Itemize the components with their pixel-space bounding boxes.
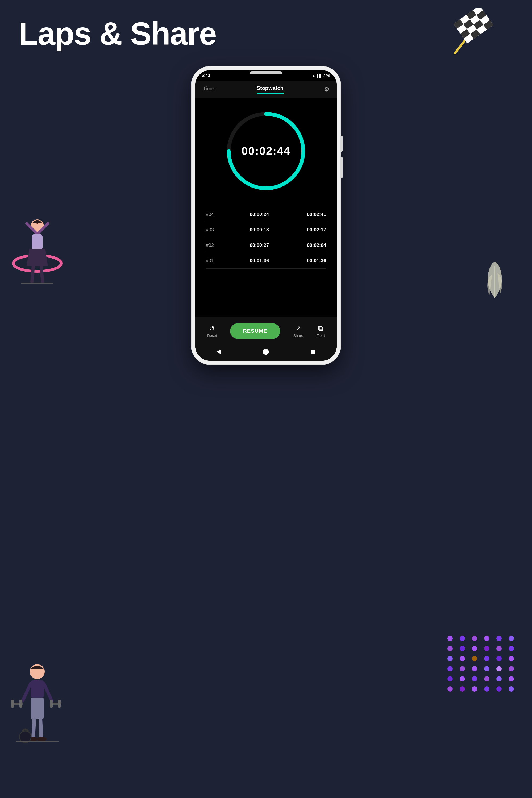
svg-rect-40 <box>19 700 22 707</box>
lap-total-3: 00:02:17 <box>300 227 326 233</box>
lap-row: #02 00:00:27 00:02:04 <box>206 238 326 253</box>
svg-line-24 <box>32 266 33 282</box>
lap-number-3: #03 <box>206 227 219 233</box>
main-content: 00:02:44 #04 00:00:24 00:02:41 #03 00:00… <box>195 98 337 317</box>
tab-timer[interactable]: Timer <box>203 86 216 93</box>
stopwatch-circle[interactable]: 00:02:44 <box>224 109 308 194</box>
tab-bar: Timer Stopwatch ⚙ <box>195 81 337 98</box>
back-button[interactable]: ◀ <box>216 348 221 355</box>
lap-total-1: 00:01:36 <box>300 258 326 264</box>
share-label: Share <box>293 334 303 338</box>
phone-speaker <box>250 71 282 75</box>
reset-icon: ↺ <box>209 324 215 332</box>
svg-rect-43 <box>58 700 61 707</box>
fitness-figure <box>11 660 64 745</box>
share-icon: ↗ <box>295 324 301 332</box>
svg-rect-22 <box>32 234 42 250</box>
resume-button[interactable]: RESUME <box>230 323 280 339</box>
float-button[interactable]: ⧉ Float <box>317 324 325 338</box>
home-button[interactable]: ⬤ <box>263 348 269 355</box>
nav-bar: ◀ ⬤ ◼ <box>195 342 337 361</box>
dot-grid <box>448 636 516 691</box>
svg-rect-33 <box>31 698 44 719</box>
reset-label: Reset <box>207 334 217 338</box>
share-button[interactable]: ↗ Share <box>293 324 303 338</box>
wifi-icon: ▲ <box>312 74 316 78</box>
lap-total-2: 00:02:04 <box>300 243 326 248</box>
settings-icon[interactable]: ⚙ <box>324 86 329 93</box>
svg-line-32 <box>44 684 52 701</box>
phone-screen: 5:43 ▲ ▌▌ 33% Timer Stopwatch ⚙ <box>195 70 337 361</box>
status-time: 5:43 <box>202 73 210 78</box>
phone-power-btn <box>341 157 343 178</box>
svg-point-44 <box>19 731 31 743</box>
laps-section: #04 00:00:24 00:02:41 #03 00:00:13 00:02… <box>195 199 337 269</box>
phone-volume-up <box>341 136 343 152</box>
flag-icon <box>447 8 500 61</box>
lap-row: #04 00:00:24 00:02:41 <box>206 207 326 222</box>
svg-line-35 <box>40 719 41 738</box>
svg-rect-42 <box>50 700 53 707</box>
svg-marker-23 <box>26 249 48 266</box>
recents-button[interactable]: ◼ <box>311 348 316 355</box>
svg-line-34 <box>33 719 34 738</box>
reset-button[interactable]: ↺ Reset <box>207 324 217 338</box>
lap-time-3: 00:00:13 <box>219 227 300 233</box>
hula-figure <box>11 213 64 287</box>
phone-device: 5:43 ▲ ▌▌ 33% Timer Stopwatch ⚙ <box>191 66 341 364</box>
lap-number-1: #01 <box>206 258 219 264</box>
svg-line-31 <box>23 684 31 701</box>
battery-text: 33% <box>323 74 330 78</box>
tab-stopwatch[interactable]: Stopwatch <box>257 85 284 94</box>
lap-number-2: #02 <box>206 243 219 248</box>
signal-icon: ▌▌ <box>317 74 322 78</box>
bottom-controls: ↺ Reset RESUME ↗ Share ⧉ Float <box>195 317 337 342</box>
lap-time-1: 00:01:36 <box>219 258 300 264</box>
svg-rect-30 <box>31 680 44 698</box>
lap-number-4: #04 <box>206 212 219 217</box>
lap-row: #01 00:01:36 00:01:36 <box>206 253 326 269</box>
float-icon: ⧉ <box>318 324 323 332</box>
stopwatch-display: 00:02:44 <box>242 145 290 157</box>
svg-point-27 <box>36 221 39 224</box>
leaf-decoration <box>479 253 511 301</box>
svg-line-25 <box>41 266 42 282</box>
float-label: Float <box>317 334 325 338</box>
lap-time-2: 00:00:27 <box>219 243 300 248</box>
status-icons: ▲ ▌▌ 33% <box>312 74 330 78</box>
lap-time-4: 00:00:24 <box>219 212 300 217</box>
svg-rect-39 <box>11 700 14 707</box>
svg-point-37 <box>37 737 46 741</box>
page-title: Laps & Share <box>19 16 216 51</box>
lap-total-4: 00:02:41 <box>300 212 326 217</box>
lap-row: #03 00:00:13 00:02:17 <box>206 222 326 238</box>
phone-container: 5:43 ▲ ▌▌ 33% Timer Stopwatch ⚙ <box>191 66 341 705</box>
